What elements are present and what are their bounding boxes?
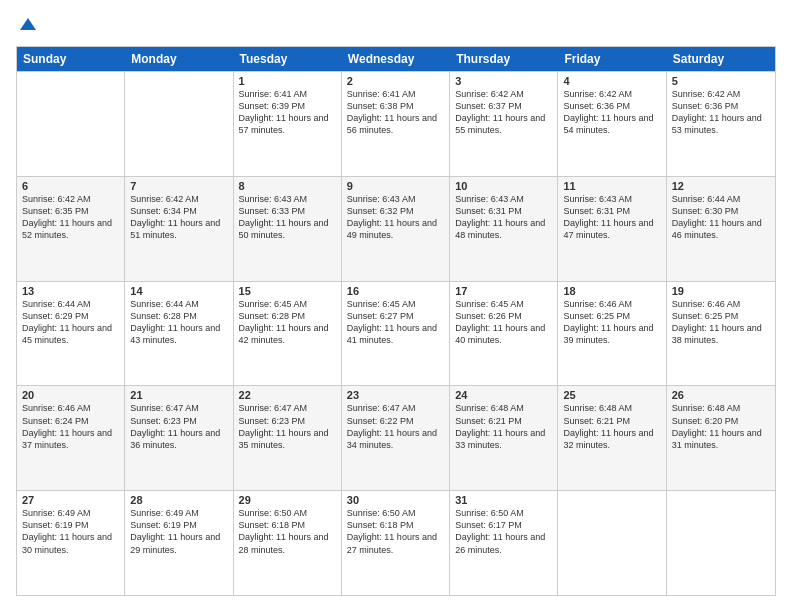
logo <box>16 16 38 36</box>
calendar-cell: 18Sunrise: 6:46 AM Sunset: 6:25 PM Dayli… <box>558 282 666 386</box>
weekday-header: Monday <box>125 47 233 71</box>
day-info: Sunrise: 6:41 AM Sunset: 6:39 PM Dayligh… <box>239 88 336 137</box>
day-number: 9 <box>347 180 444 192</box>
calendar: SundayMondayTuesdayWednesdayThursdayFrid… <box>16 46 776 596</box>
calendar-cell: 7Sunrise: 6:42 AM Sunset: 6:34 PM Daylig… <box>125 177 233 281</box>
day-info: Sunrise: 6:45 AM Sunset: 6:26 PM Dayligh… <box>455 298 552 347</box>
day-info: Sunrise: 6:46 AM Sunset: 6:24 PM Dayligh… <box>22 402 119 451</box>
calendar-cell: 8Sunrise: 6:43 AM Sunset: 6:33 PM Daylig… <box>234 177 342 281</box>
calendar-cell: 12Sunrise: 6:44 AM Sunset: 6:30 PM Dayli… <box>667 177 775 281</box>
day-number: 30 <box>347 494 444 506</box>
calendar-cell: 13Sunrise: 6:44 AM Sunset: 6:29 PM Dayli… <box>17 282 125 386</box>
calendar-cell <box>558 491 666 595</box>
day-info: Sunrise: 6:42 AM Sunset: 6:34 PM Dayligh… <box>130 193 227 242</box>
day-number: 24 <box>455 389 552 401</box>
calendar-cell: 22Sunrise: 6:47 AM Sunset: 6:23 PM Dayli… <box>234 386 342 490</box>
calendar-cell: 27Sunrise: 6:49 AM Sunset: 6:19 PM Dayli… <box>17 491 125 595</box>
day-info: Sunrise: 6:46 AM Sunset: 6:25 PM Dayligh… <box>672 298 770 347</box>
day-info: Sunrise: 6:41 AM Sunset: 6:38 PM Dayligh… <box>347 88 444 137</box>
day-number: 4 <box>563 75 660 87</box>
day-number: 28 <box>130 494 227 506</box>
header <box>16 16 776 36</box>
weekday-header: Sunday <box>17 47 125 71</box>
day-number: 1 <box>239 75 336 87</box>
day-info: Sunrise: 6:48 AM Sunset: 6:21 PM Dayligh… <box>563 402 660 451</box>
weekday-header: Wednesday <box>342 47 450 71</box>
calendar-cell: 31Sunrise: 6:50 AM Sunset: 6:17 PM Dayli… <box>450 491 558 595</box>
day-number: 3 <box>455 75 552 87</box>
weekday-header: Friday <box>558 47 666 71</box>
day-info: Sunrise: 6:50 AM Sunset: 6:18 PM Dayligh… <box>347 507 444 556</box>
calendar-cell: 4Sunrise: 6:42 AM Sunset: 6:36 PM Daylig… <box>558 72 666 176</box>
calendar-cell: 10Sunrise: 6:43 AM Sunset: 6:31 PM Dayli… <box>450 177 558 281</box>
calendar-cell: 25Sunrise: 6:48 AM Sunset: 6:21 PM Dayli… <box>558 386 666 490</box>
day-number: 14 <box>130 285 227 297</box>
calendar-cell <box>667 491 775 595</box>
calendar-cell: 26Sunrise: 6:48 AM Sunset: 6:20 PM Dayli… <box>667 386 775 490</box>
day-info: Sunrise: 6:49 AM Sunset: 6:19 PM Dayligh… <box>22 507 119 556</box>
day-info: Sunrise: 6:42 AM Sunset: 6:35 PM Dayligh… <box>22 193 119 242</box>
calendar-cell: 6Sunrise: 6:42 AM Sunset: 6:35 PM Daylig… <box>17 177 125 281</box>
calendar-body: 1Sunrise: 6:41 AM Sunset: 6:39 PM Daylig… <box>17 71 775 595</box>
day-info: Sunrise: 6:48 AM Sunset: 6:21 PM Dayligh… <box>455 402 552 451</box>
calendar-cell <box>125 72 233 176</box>
day-number: 12 <box>672 180 770 192</box>
day-number: 29 <box>239 494 336 506</box>
day-info: Sunrise: 6:47 AM Sunset: 6:23 PM Dayligh… <box>239 402 336 451</box>
calendar-cell: 21Sunrise: 6:47 AM Sunset: 6:23 PM Dayli… <box>125 386 233 490</box>
day-number: 6 <box>22 180 119 192</box>
day-number: 25 <box>563 389 660 401</box>
day-number: 8 <box>239 180 336 192</box>
calendar-cell: 17Sunrise: 6:45 AM Sunset: 6:26 PM Dayli… <box>450 282 558 386</box>
day-number: 17 <box>455 285 552 297</box>
calendar-header: SundayMondayTuesdayWednesdayThursdayFrid… <box>17 47 775 71</box>
calendar-row: 27Sunrise: 6:49 AM Sunset: 6:19 PM Dayli… <box>17 490 775 595</box>
calendar-cell: 30Sunrise: 6:50 AM Sunset: 6:18 PM Dayli… <box>342 491 450 595</box>
calendar-row: 1Sunrise: 6:41 AM Sunset: 6:39 PM Daylig… <box>17 71 775 176</box>
calendar-cell: 20Sunrise: 6:46 AM Sunset: 6:24 PM Dayli… <box>17 386 125 490</box>
day-number: 15 <box>239 285 336 297</box>
day-info: Sunrise: 6:44 AM Sunset: 6:28 PM Dayligh… <box>130 298 227 347</box>
day-number: 13 <box>22 285 119 297</box>
weekday-header: Thursday <box>450 47 558 71</box>
calendar-cell: 29Sunrise: 6:50 AM Sunset: 6:18 PM Dayli… <box>234 491 342 595</box>
calendar-cell: 14Sunrise: 6:44 AM Sunset: 6:28 PM Dayli… <box>125 282 233 386</box>
calendar-cell: 9Sunrise: 6:43 AM Sunset: 6:32 PM Daylig… <box>342 177 450 281</box>
day-info: Sunrise: 6:42 AM Sunset: 6:37 PM Dayligh… <box>455 88 552 137</box>
day-info: Sunrise: 6:44 AM Sunset: 6:30 PM Dayligh… <box>672 193 770 242</box>
day-info: Sunrise: 6:43 AM Sunset: 6:31 PM Dayligh… <box>563 193 660 242</box>
calendar-cell: 24Sunrise: 6:48 AM Sunset: 6:21 PM Dayli… <box>450 386 558 490</box>
day-info: Sunrise: 6:43 AM Sunset: 6:33 PM Dayligh… <box>239 193 336 242</box>
day-number: 2 <box>347 75 444 87</box>
calendar-cell: 23Sunrise: 6:47 AM Sunset: 6:22 PM Dayli… <box>342 386 450 490</box>
calendar-cell: 19Sunrise: 6:46 AM Sunset: 6:25 PM Dayli… <box>667 282 775 386</box>
day-info: Sunrise: 6:46 AM Sunset: 6:25 PM Dayligh… <box>563 298 660 347</box>
svg-marker-0 <box>20 18 36 30</box>
day-number: 11 <box>563 180 660 192</box>
page: SundayMondayTuesdayWednesdayThursdayFrid… <box>0 0 792 612</box>
day-number: 16 <box>347 285 444 297</box>
day-info: Sunrise: 6:44 AM Sunset: 6:29 PM Dayligh… <box>22 298 119 347</box>
day-info: Sunrise: 6:42 AM Sunset: 6:36 PM Dayligh… <box>672 88 770 137</box>
day-info: Sunrise: 6:50 AM Sunset: 6:17 PM Dayligh… <box>455 507 552 556</box>
logo-icon <box>18 16 38 36</box>
day-info: Sunrise: 6:42 AM Sunset: 6:36 PM Dayligh… <box>563 88 660 137</box>
day-number: 19 <box>672 285 770 297</box>
calendar-cell: 3Sunrise: 6:42 AM Sunset: 6:37 PM Daylig… <box>450 72 558 176</box>
day-info: Sunrise: 6:48 AM Sunset: 6:20 PM Dayligh… <box>672 402 770 451</box>
calendar-cell <box>17 72 125 176</box>
day-number: 10 <box>455 180 552 192</box>
day-number: 5 <box>672 75 770 87</box>
day-number: 21 <box>130 389 227 401</box>
day-info: Sunrise: 6:49 AM Sunset: 6:19 PM Dayligh… <box>130 507 227 556</box>
calendar-cell: 28Sunrise: 6:49 AM Sunset: 6:19 PM Dayli… <box>125 491 233 595</box>
calendar-row: 13Sunrise: 6:44 AM Sunset: 6:29 PM Dayli… <box>17 281 775 386</box>
day-info: Sunrise: 6:45 AM Sunset: 6:28 PM Dayligh… <box>239 298 336 347</box>
calendar-cell: 11Sunrise: 6:43 AM Sunset: 6:31 PM Dayli… <box>558 177 666 281</box>
day-info: Sunrise: 6:47 AM Sunset: 6:22 PM Dayligh… <box>347 402 444 451</box>
weekday-header: Tuesday <box>234 47 342 71</box>
day-number: 26 <box>672 389 770 401</box>
calendar-row: 6Sunrise: 6:42 AM Sunset: 6:35 PM Daylig… <box>17 176 775 281</box>
calendar-cell: 16Sunrise: 6:45 AM Sunset: 6:27 PM Dayli… <box>342 282 450 386</box>
calendar-row: 20Sunrise: 6:46 AM Sunset: 6:24 PM Dayli… <box>17 385 775 490</box>
